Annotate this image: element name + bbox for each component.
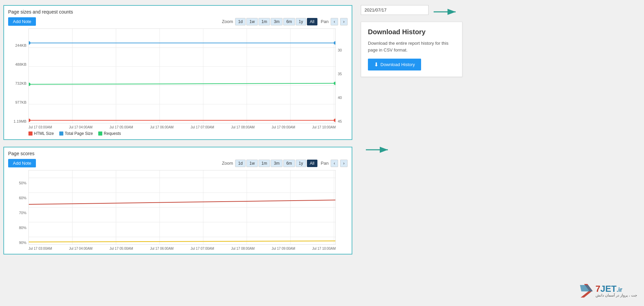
zoom-buttons-1: 1d 1w 1m 3m 6m 1y All [235,18,317,25]
chart2-y-axis-left: 90% 80% 70% 60% 50% [8,170,28,245]
chart1-wrapper: 1.19MB 977KB 732KB 488KB 244KB [8,28,348,123]
zoom-3m-1[interactable]: 3m [271,18,283,25]
legend-html-size: HTML Size [28,131,54,136]
download-history-card: Download History Download the entire rep… [361,22,462,77]
zoom-1d-2[interactable]: 1d [235,160,246,167]
zoom-buttons-2: 1d 1w 1m 3m 6m 1y All [235,160,317,167]
zoom-1m-2[interactable]: 1m [258,160,270,167]
logo-jet: JET [600,284,617,294]
zoom-3m-2[interactable]: 3m [271,160,283,167]
zoom-label-2: Zoom [222,161,233,166]
legend-label-total: Total Page Size [65,131,93,136]
logo-number: 7 [596,284,600,294]
arrow-indicator-1 [432,7,459,17]
date-input[interactable] [361,5,429,15]
pan-prev-1[interactable]: ‹ [331,18,338,25]
chart1-y-axis-left: 1.19MB 977KB 732KB 488KB 244KB [8,28,28,123]
download-history-desc: Download the entire report history for t… [368,40,455,53]
chart2-x-axis: Jul 17 03:00AM Jul 17 04:00AM Jul 17 05:… [28,246,336,250]
zoom-1w-1[interactable]: 1w [246,18,257,25]
zoom-1m-1[interactable]: 1m [258,18,270,25]
download-history-title: Download History [368,28,455,36]
zoom-all-1[interactable]: All [307,18,317,25]
zoom-1y-2[interactable]: 1y [296,160,306,167]
legend-total-size: Total Page Size [59,131,93,136]
download-history-button[interactable]: ⬇ Download History [368,59,421,70]
chart2-wrapper: 90% 80% 70% 60% 50% [8,170,348,245]
chart2-area [28,170,336,245]
zoom-label-1: Zoom [222,19,233,24]
zoom-1w-2[interactable]: 1w [246,160,257,167]
logo-domain: .ir [617,286,622,293]
chart1-legend: HTML Size Total Page Size Requests [28,131,348,136]
chart2-y-axis-right [336,170,348,245]
pan-next-2[interactable]: › [340,160,348,167]
chart1-y-axis-right: 45 40 35 30 [336,28,348,123]
svg-point-11 [29,119,30,122]
chart1-toolbar: Add Note Zoom 1d 1w 1m 3m 6m 1y All Pan … [8,17,348,26]
zoom-6m-2[interactable]: 6m [283,160,295,167]
pan-prev-2[interactable]: ‹ [331,160,338,167]
legend-dot-html [28,131,33,136]
chart2-toolbar: Add Note Zoom 1d 1w 1m 3m 6m 1y All Pan … [8,159,348,167]
zoom-all-2[interactable]: All [307,160,317,167]
download-history-button-label: Download History [380,62,415,67]
chart2-title: Page scores [8,151,348,156]
add-note-button-1[interactable]: Add Note [8,17,36,26]
svg-marker-34 [580,285,593,291]
legend-dot-total [59,131,63,136]
chart-panel-sizes: Page sizes and request counts Add Note Z… [3,5,352,140]
legend-label-html: HTML Size [34,131,54,136]
chart1-area [28,28,336,123]
chart1-title: Page sizes and request counts [8,9,348,15]
logo-icon [577,282,594,299]
arrow-indicator-2 [364,145,469,156]
logo-area: 7JET.ir جت ، پرواز در آسمان دانش [577,282,637,299]
legend-label-requests: Requests [104,131,121,136]
logo-brand: 7JET.ir [596,284,637,293]
chart-panel-scores: Page scores Add Note Zoom 1d 1w 1m 3m 6m… [3,147,352,254]
legend-requests: Requests [98,131,121,136]
add-note-button-2[interactable]: Add Note [8,159,36,167]
arrow-svg-2 [364,145,391,155]
zoom-1d-1[interactable]: 1d [235,18,246,25]
logo-tagline: جت ، پرواز در آسمان دانش [596,293,637,298]
sidebar: Download History Download the entire rep… [356,3,474,303]
download-icon: ⬇ [374,61,378,68]
chart1-x-axis: Jul 17 03:00AM Jul 17 04:00AM Jul 17 05:… [28,125,336,129]
zoom-6m-1[interactable]: 6m [283,18,295,25]
pan-next-1[interactable]: › [340,18,348,25]
legend-dot-requests [98,131,102,136]
pan-label-2: Pan [321,161,329,166]
svg-point-13 [29,41,30,45]
zoom-1y-1[interactable]: 1y [296,18,306,25]
pan-label-1: Pan [321,19,329,24]
